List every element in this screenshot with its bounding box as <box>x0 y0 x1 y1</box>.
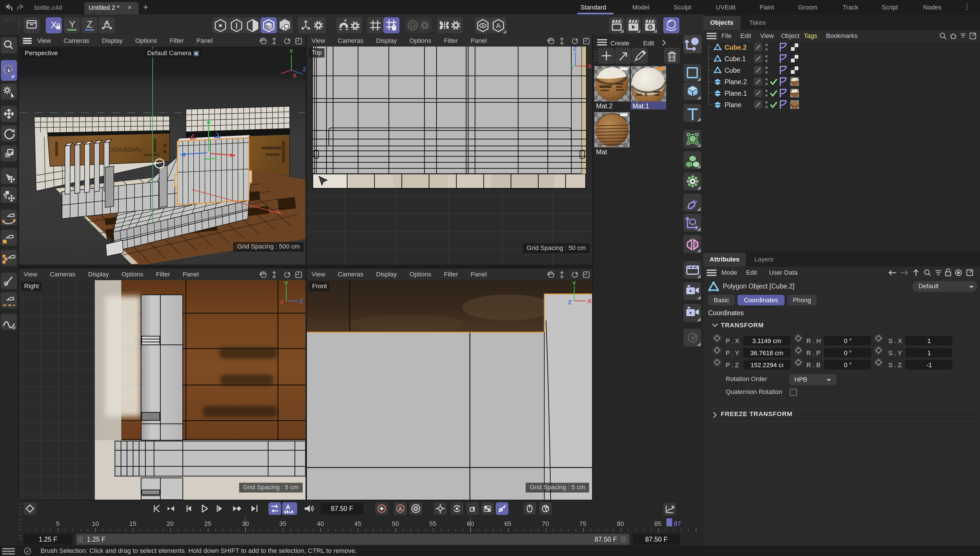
svg-text:X: X <box>587 298 592 304</box>
svg-text:40: 40 <box>317 520 324 527</box>
svg-text:5: 5 <box>56 520 60 527</box>
svg-text:Edit: Edit <box>643 40 654 47</box>
svg-text:87.50 F: 87.50 F <box>331 505 353 512</box>
svg-text:15: 15 <box>129 520 136 527</box>
svg-text:1.25 F: 1.25 F <box>39 536 57 543</box>
svg-text:X: X <box>50 19 57 30</box>
svg-text:A: A <box>398 506 402 512</box>
svg-text:R . H: R . H <box>806 337 821 344</box>
svg-text:80: 80 <box>617 520 624 527</box>
svg-text:50: 50 <box>392 520 399 527</box>
svg-text:Y: Y <box>289 48 293 55</box>
svg-text:Y: Y <box>570 64 574 70</box>
svg-text:87: 87 <box>674 520 681 527</box>
svg-text:Cube.1: Cube.1 <box>724 55 746 63</box>
svg-text:P . Z: P . Z <box>726 362 739 369</box>
svg-text:1: 1 <box>927 349 931 357</box>
svg-text:3.1149 cm: 3.1149 cm <box>752 337 781 344</box>
svg-text:Y: Y <box>284 280 288 286</box>
svg-text:87.50 F: 87.50 F <box>595 536 617 543</box>
svg-text:87.50 F: 87.50 F <box>645 536 668 543</box>
svg-text:Z: Z <box>303 66 306 73</box>
svg-text:10: 10 <box>92 520 99 527</box>
svg-text:0 °: 0 ° <box>844 337 852 344</box>
svg-text:65: 65 <box>505 520 511 527</box>
svg-text:Plane: Plane <box>724 101 741 108</box>
svg-text:0 °: 0 ° <box>844 349 852 357</box>
svg-text:Mat.1: Mat.1 <box>632 102 649 110</box>
svg-text:R . P: R . P <box>806 349 820 357</box>
svg-text:A: A <box>496 22 501 30</box>
svg-text:36.7618 cm: 36.7618 cm <box>750 349 783 357</box>
svg-text:X: X <box>293 73 297 79</box>
svg-text:Z: Z <box>87 19 92 30</box>
svg-text:Y: Y <box>69 19 76 30</box>
svg-text:85: 85 <box>654 520 661 527</box>
svg-text:R . B: R . B <box>806 362 820 369</box>
svg-text:Cube.2: Cube.2 <box>724 44 747 51</box>
svg-text:152.2294 cı: 152.2294 cı <box>751 362 784 369</box>
svg-text:X: X <box>280 299 284 305</box>
svg-text:S . Y: S . Y <box>888 349 902 357</box>
svg-text:Plane.2: Plane.2 <box>724 78 747 86</box>
svg-text:35: 35 <box>279 520 286 527</box>
svg-text:1.25 F: 1.25 F <box>87 536 105 543</box>
svg-text:-1: -1 <box>926 362 932 369</box>
svg-text:X: X <box>588 63 592 70</box>
svg-text:25: 25 <box>204 520 211 527</box>
svg-text:Z: Z <box>573 47 577 52</box>
svg-text:S . Z: S . Z <box>888 362 902 369</box>
svg-text:55: 55 <box>429 520 436 527</box>
svg-text:Cube: Cube <box>724 67 740 74</box>
svg-text:P . X: P . X <box>726 337 739 344</box>
svg-text:A: A <box>286 503 290 511</box>
svg-text:75: 75 <box>579 520 586 527</box>
svg-text:S . X: S . X <box>888 337 902 344</box>
svg-text:Z: Z <box>299 298 303 304</box>
svg-text:Plane.1: Plane.1 <box>724 90 747 97</box>
svg-text:Z: Z <box>568 299 572 305</box>
svg-text:70: 70 <box>542 520 549 527</box>
svg-text:Mat.2: Mat.2 <box>596 102 613 110</box>
svg-text:45: 45 <box>354 520 361 527</box>
svg-text:1: 1 <box>927 337 931 344</box>
svg-text:Create: Create <box>610 40 629 47</box>
svg-text:Y: Y <box>572 280 576 286</box>
svg-text:0 °: 0 ° <box>844 362 852 369</box>
svg-text:Mat: Mat <box>596 148 607 156</box>
svg-text:P . Y: P . Y <box>726 349 739 357</box>
svg-text:20: 20 <box>167 520 174 527</box>
